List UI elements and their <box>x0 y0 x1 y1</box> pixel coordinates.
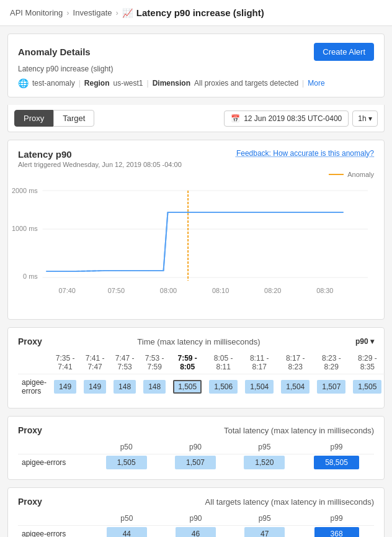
svg-text:07:50: 07:50 <box>108 287 125 294</box>
duration-select[interactable]: 1h ▾ <box>352 111 378 127</box>
anomaly-subtitle: Latency p90 increase (slight) <box>18 65 374 73</box>
tgt-th-p99: p99 <box>299 512 374 526</box>
targets-table-header: Proxy All targets latency (max latency i… <box>18 497 374 507</box>
breadcrumb-investigate[interactable]: Investigate <box>73 8 112 17</box>
latency-table-row: apigee-errors 1,505 1,507 1,520 58,505 <box>18 454 374 471</box>
svg-text:1000 ms: 1000 ms <box>12 225 38 232</box>
anomaly-meta: 🌐 test-anomaly | Region us-west1 | Dimen… <box>18 78 374 88</box>
anomaly-name: test-anomaly <box>32 79 75 88</box>
th-col-0: 7:35 -7:41 <box>50 351 80 374</box>
chart-subtitle: Alert triggered Wednesday, Jun 12, 2019 … <box>18 161 182 168</box>
breadcrumb-api-monitoring[interactable]: API Monitoring <box>10 8 63 17</box>
card-header: Anomaly Details Create Alert <box>18 43 374 61</box>
meta-sep-1: | <box>79 79 81 88</box>
svg-text:07:40: 07:40 <box>59 287 76 294</box>
tgt-th-p95: p95 <box>230 512 299 526</box>
sort-icon: ▾ <box>370 337 374 346</box>
lat-cell-p50: 1,505 <box>92 454 161 471</box>
cell-0-2: 148 <box>110 374 140 400</box>
time-table-row: apigee-errors 149 149 148 148 1,505 1,50… <box>18 374 385 400</box>
tgt-th-p50: p50 <box>92 512 161 526</box>
date-range: 📅 12 Jun 2019 08:35 UTC-0400 1h ▾ <box>224 111 378 127</box>
tgt-cell-p90: 46 <box>161 526 230 538</box>
anomaly-legend-line <box>329 174 344 175</box>
th-col-8: 8:23 -8:29 <box>313 351 349 374</box>
chart-area: 2000 ms 1000 ms 0 ms 07:40 07:50 08:00 0… <box>18 184 374 310</box>
time-table-header: Proxy Time (max latency in milliseconds)… <box>18 336 374 346</box>
cell-0-0: 149 <box>50 374 80 400</box>
targets-table: p50 p90 p95 p99 apigee-errors 44 46 47 3… <box>18 512 374 537</box>
lat-cell-p95: 1,520 <box>230 454 299 471</box>
cell-0-6: 1,504 <box>241 374 277 400</box>
chart-title: Latency p90 <box>18 149 182 160</box>
breadcrumb-sep-2: › <box>115 8 118 17</box>
lat-th-p90: p90 <box>161 440 229 454</box>
region-value: us-west1 <box>114 79 143 88</box>
latency-table-card: Proxy Total latency (max latency in mill… <box>7 416 385 480</box>
breadcrumb-current: Latency p90 increase (slight) <box>136 7 264 18</box>
date-value: 12 Jun 2019 08:35 UTC-0400 <box>244 114 342 123</box>
tab-row: Proxy Target 📅 12 Jun 2019 08:35 UTC-040… <box>7 105 385 132</box>
chart-legend: Anomaly <box>18 171 374 178</box>
time-table-title: Time (max latency in milliseconds) <box>137 337 260 346</box>
more-link[interactable]: More <box>308 79 324 88</box>
th-col-7: 8:17 -8:23 <box>277 351 313 374</box>
latency-table-title: Total latency (max latency in millisecon… <box>224 426 374 435</box>
svg-text:08:30: 08:30 <box>316 287 333 294</box>
tgt-th-p90: p90 <box>161 512 230 526</box>
latency-table-header: Proxy Total latency (max latency in mill… <box>18 425 374 435</box>
th-col-6: 8:11 -8:17 <box>241 351 277 374</box>
svg-text:2000 ms: 2000 ms <box>12 187 38 194</box>
meta-sep-2: | <box>147 79 149 88</box>
th-col-3: 7:53 -7:59 <box>140 351 169 374</box>
chart-card: Latency p90 Alert triggered Wednesday, J… <box>7 140 385 320</box>
cell-0-3: 148 <box>140 374 169 400</box>
breadcrumb-sep-1: › <box>66 8 69 17</box>
th-col-9: 8:29 -8:35 <box>349 351 385 374</box>
svg-text:08:00: 08:00 <box>160 287 177 294</box>
breadcrumb: API Monitoring › Investigate › 📈 Latency… <box>0 0 392 26</box>
svg-text:08:10: 08:10 <box>212 287 229 294</box>
calendar-icon: 📅 <box>231 114 240 123</box>
cell-0-9: 1,505 <box>349 374 385 400</box>
th-col-2: 7:47 -7:53 <box>110 351 140 374</box>
cell-0-1: 149 <box>80 374 110 400</box>
th-col-4: 7:59 -8:05 <box>169 351 205 374</box>
th-col-1: 7:41 -7:47 <box>80 351 110 374</box>
cell-0-8: 1,507 <box>313 374 349 400</box>
targets-table-title: All targets latency (max latency in mill… <box>205 497 374 507</box>
lat-th-proxy <box>18 440 92 454</box>
tgt-row-name: apigee-errors <box>18 526 92 538</box>
th-proxy <box>18 351 50 374</box>
tab-target[interactable]: Target <box>53 110 94 127</box>
globe-icon: 🌐 <box>18 78 29 88</box>
th-col-5: 8:05 -8:11 <box>205 351 241 374</box>
latency-table: p50 p90 p95 p99 apigee-errors 1,505 1,50… <box>18 440 374 471</box>
targets-proxy-header: Proxy <box>18 497 42 507</box>
time-proxy-header: Proxy <box>18 336 42 346</box>
lat-row-name: apigee-errors <box>18 454 92 471</box>
targets-table-row: apigee-errors 44 46 47 368 <box>18 526 374 538</box>
cell-0-5: 1,506 <box>205 374 241 400</box>
cell-0-4: 1,505 <box>169 374 205 400</box>
latency-proxy-header: Proxy <box>18 425 42 435</box>
svg-line-16 <box>164 212 168 271</box>
time-table: 7:35 -7:41 7:41 -7:47 7:47 -7:53 7:53 -7… <box>18 351 385 399</box>
feedback-link[interactable]: Feedback: How accurate is this anomaly? <box>236 149 374 158</box>
tgt-th-proxy <box>18 512 92 526</box>
tgt-cell-p50: 44 <box>92 526 161 538</box>
lat-th-p95: p95 <box>230 440 299 454</box>
chevron-icon: ▾ <box>368 114 372 123</box>
lat-th-p50: p50 <box>92 440 161 454</box>
svg-text:08:20: 08:20 <box>264 287 281 294</box>
chart-svg: 2000 ms 1000 ms 0 ms 07:40 07:50 08:00 0… <box>18 184 374 309</box>
tab-proxy[interactable]: Proxy <box>14 110 53 127</box>
region-label: Region <box>84 79 110 88</box>
tgt-cell-p99: 368 <box>299 526 374 538</box>
dimension-value: All proxies and targets detected <box>194 79 298 88</box>
tabs: Proxy Target <box>14 110 94 127</box>
sort-label: p90 <box>355 337 368 346</box>
date-pill[interactable]: 📅 12 Jun 2019 08:35 UTC-0400 <box>224 111 349 127</box>
create-alert-button[interactable]: Create Alert <box>314 43 374 61</box>
time-sort-button[interactable]: p90 ▾ <box>355 337 374 346</box>
